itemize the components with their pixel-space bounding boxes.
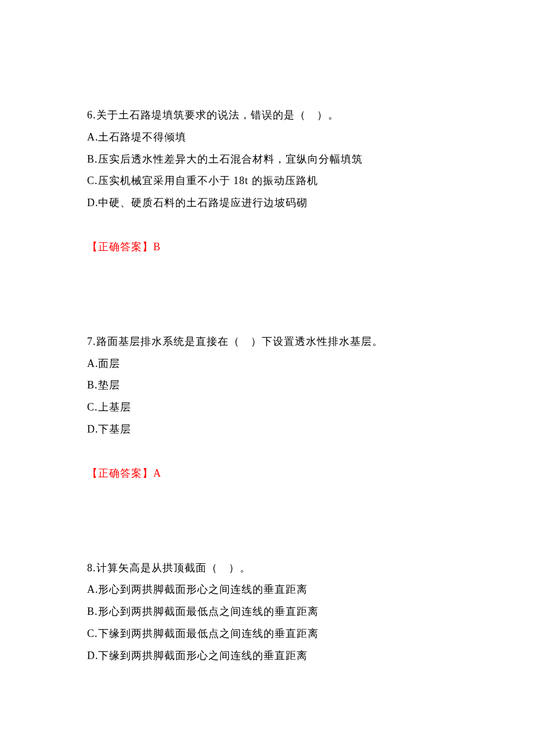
question-stem-text: 计算矢高是从拱顶截面（ ）。 (96, 562, 251, 574)
answer-line: 【正确答案】B (87, 236, 447, 258)
question-number: 6. (87, 109, 96, 121)
option-d: D.中硬、硬质石料的土石路堤应进行边坡码砌 (87, 192, 447, 214)
answer-value: B (153, 241, 161, 253)
option-b: B.形心到两拱脚截面最低点之间连线的垂直距离 (87, 601, 447, 623)
question-stem-text: 路面基层排水系统是直接在（ ）下设置透水性排水基层。 (96, 336, 383, 347)
question-6: 6.关于土石路堤填筑要求的说法，错误的是（ ）。 A.土石路堤不得倾填 B.压实… (87, 105, 447, 258)
answer-label: 【正确答案】 (87, 241, 153, 253)
question-stem: 6.关于土石路堤填筑要求的说法，错误的是（ ）。 (87, 105, 447, 127)
option-c: C.下缘到两拱脚截面最低点之间连线的垂直距离 (87, 623, 447, 645)
option-c: C.上基层 (87, 397, 447, 419)
option-c: C.压实机械宜采用自重不小于 18t 的振动压路机 (87, 170, 447, 192)
question-7: 7.路面基层排水系统是直接在（ ）下设置透水性排水基层。 A.面层 B.垫层 C… (87, 331, 447, 485)
question-stem-text: 关于土石路堤填筑要求的说法，错误的是（ ）。 (96, 109, 339, 121)
option-a: A.形心到两拱脚截面形心之间连线的垂直距离 (87, 579, 447, 601)
question-stem: 7.路面基层排水系统是直接在（ ）下设置透水性排水基层。 (87, 331, 447, 353)
answer-label: 【正确答案】 (87, 467, 153, 479)
option-a: A.面层 (87, 353, 447, 375)
question-number: 7. (87, 336, 96, 347)
option-b: B.垫层 (87, 375, 447, 397)
question-8: 8.计算矢高是从拱顶截面（ ）。 A.形心到两拱脚截面形心之间连线的垂直距离 B… (87, 557, 447, 667)
option-b: B.压实后透水性差异大的土石混合材料，宜纵向分幅填筑 (87, 149, 447, 171)
question-stem: 8.计算矢高是从拱顶截面（ ）。 (87, 557, 447, 579)
option-a: A.土石路堤不得倾填 (87, 127, 447, 149)
answer-line: 【正确答案】A (87, 463, 447, 485)
question-number: 8. (87, 562, 96, 574)
option-d: D.下缘到两拱脚截面形心之间连线的垂直距离 (87, 645, 447, 667)
answer-value: A (153, 467, 161, 479)
option-d: D.下基层 (87, 419, 447, 441)
